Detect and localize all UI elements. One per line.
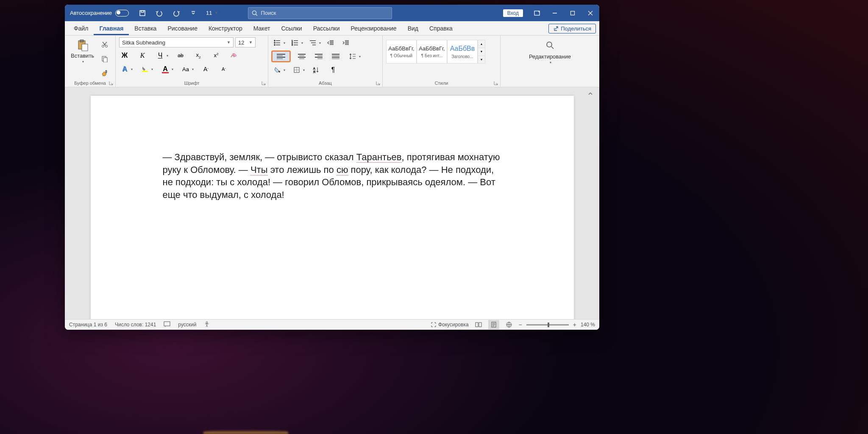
document-text[interactable]: — Здравствуй, земляк, — отрывисто сказал…	[163, 151, 502, 201]
redo-button[interactable]	[168, 5, 185, 21]
tab-references[interactable]: Ссылки	[275, 22, 307, 35]
justify-button[interactable]	[330, 51, 341, 62]
font-launcher[interactable]	[261, 81, 266, 86]
tab-file[interactable]: Файл	[68, 22, 94, 35]
line-spacing-button[interactable]	[347, 51, 358, 62]
sort-button[interactable]: AЯ	[311, 64, 322, 75]
align-right-button[interactable]	[313, 51, 324, 62]
font-color-button[interactable]: A	[160, 64, 171, 75]
svg-text:3: 3	[292, 44, 293, 46]
title-dropdown-icon[interactable]: ▼	[215, 11, 218, 15]
paste-button[interactable]: Вставить ▾	[68, 37, 97, 65]
close-button[interactable]	[581, 5, 599, 21]
accessibility-status[interactable]	[204, 321, 210, 328]
tab-review[interactable]: Рецензирование	[345, 22, 402, 35]
italic-button[interactable]: К	[137, 50, 148, 61]
page-number-status[interactable]: Страница 1 из 6	[69, 322, 107, 328]
language-status[interactable]: русский	[178, 322, 196, 328]
chevron-down-icon[interactable]: ▾	[319, 41, 321, 45]
style-normal[interactable]: АаБбВвГг, ¶ Обычный	[386, 40, 417, 64]
align-center-button[interactable]	[296, 51, 307, 62]
search-box[interactable]: Поиск	[248, 7, 392, 19]
subscript-button[interactable]: x	[193, 50, 204, 61]
font-name-combo[interactable]: Sitka Subheading ▼	[119, 37, 234, 47]
change-case-button[interactable]: Aa	[180, 64, 191, 75]
align-left-button[interactable]	[272, 51, 290, 62]
superscript-button[interactable]: x	[211, 50, 222, 61]
zoom-slider[interactable]	[526, 324, 569, 326]
style-no-spacing[interactable]: АаБбВвГг, ¶ Без инт...	[417, 40, 447, 64]
spellcheck-status[interactable]	[164, 321, 170, 328]
chevron-down-icon[interactable]: ▾	[172, 67, 173, 71]
svg-rect-28	[476, 323, 478, 327]
word-window: Автосохранение 11 ▼ Поиск Вход	[65, 5, 599, 330]
style-name: ¶ Обычный	[390, 53, 412, 58]
text-effects-button[interactable]: A	[119, 64, 130, 75]
strikethrough-button[interactable]: ab	[175, 50, 186, 61]
tab-layout[interactable]: Макет	[248, 22, 276, 35]
spelling-error[interactable]: Тарантьев	[356, 152, 402, 163]
maximize-button[interactable]	[564, 5, 581, 21]
grow-font-button[interactable]: Aˆ	[200, 64, 211, 75]
copy-button[interactable]	[99, 53, 110, 64]
bold-button[interactable]: Ж	[119, 50, 130, 61]
zoom-out-button[interactable]: −	[519, 321, 522, 328]
web-layout-button[interactable]	[504, 320, 515, 329]
undo-button[interactable]	[151, 5, 168, 21]
spelling-error[interactable]: Чты	[250, 164, 268, 175]
styles-launcher[interactable]	[493, 81, 498, 86]
clear-formatting-button[interactable]: A	[228, 50, 239, 61]
show-marks-button[interactable]: ¶	[328, 64, 339, 75]
focus-mode-button[interactable]: Фокусировка	[431, 322, 469, 328]
signin-button[interactable]: Вход	[503, 9, 523, 17]
bullets-button[interactable]	[272, 37, 283, 48]
word-count-status[interactable]: Число слов: 1241	[115, 322, 156, 328]
format-painter-button[interactable]	[99, 68, 110, 79]
shading-button[interactable]	[272, 64, 283, 75]
decrease-indent-button[interactable]	[325, 37, 336, 48]
minimize-button[interactable]	[546, 5, 564, 21]
multilevel-list-button[interactable]	[307, 37, 318, 48]
zoom-level[interactable]: 140 %	[581, 322, 595, 328]
paragraph-launcher[interactable]	[376, 81, 381, 86]
chevron-down-icon[interactable]: ▾	[301, 41, 303, 45]
clipboard-launcher[interactable]	[108, 81, 114, 86]
cut-button[interactable]	[99, 39, 110, 50]
autosave-toggle[interactable]: Автосохранение	[65, 10, 134, 17]
chevron-down-icon[interactable]: ▾	[192, 67, 194, 71]
read-mode-button[interactable]	[473, 320, 484, 329]
spelling-error[interactable]: сю	[337, 164, 348, 175]
qat-customize[interactable]	[185, 5, 202, 21]
chevron-down-icon[interactable]: ▾	[303, 68, 305, 72]
tab-design[interactable]: Конструктор	[203, 22, 248, 35]
chevron-down-icon[interactable]: ▾	[359, 55, 361, 58]
zoom-in-button[interactable]: +	[573, 321, 576, 328]
font-size-combo[interactable]: 12 ▼	[235, 37, 256, 47]
document-area[interactable]: — Здравствуй, земляк, — отрывисто сказал…	[65, 87, 599, 319]
styles-gallery-expand[interactable]: ▴ ▾ ▾	[478, 40, 485, 64]
chevron-down-icon[interactable]: ▾	[284, 41, 285, 45]
tab-help[interactable]: Справка	[424, 22, 458, 35]
style-heading1[interactable]: АаБбВв Заголово...	[447, 40, 478, 64]
save-button[interactable]	[134, 5, 151, 21]
tab-draw[interactable]: Рисование	[162, 22, 203, 35]
highlight-button[interactable]	[139, 64, 150, 75]
print-layout-button[interactable]	[488, 320, 499, 329]
tab-view[interactable]: Вид	[402, 22, 424, 35]
ribbon-display-options[interactable]	[528, 5, 546, 21]
chevron-down-icon[interactable]: ▾	[284, 68, 285, 72]
tab-insert[interactable]: Вставка	[129, 22, 162, 35]
increase-indent-button[interactable]	[340, 37, 351, 48]
editing-button[interactable]: Редактирование ▾	[525, 37, 575, 68]
tab-home[interactable]: Главная	[94, 22, 129, 35]
underline-button[interactable]: Ч	[155, 50, 166, 61]
chevron-down-icon[interactable]: ▾	[151, 67, 153, 71]
share-button[interactable]: Поделиться	[548, 24, 596, 33]
tab-mailings[interactable]: Рассылки	[308, 22, 345, 35]
chevron-down-icon[interactable]: ▾	[167, 54, 168, 58]
borders-button[interactable]	[291, 64, 302, 75]
numbering-button[interactable]: 123	[289, 37, 300, 48]
chevron-down-icon[interactable]: ▾	[131, 67, 133, 71]
collapse-ribbon-button[interactable]	[587, 90, 594, 97]
shrink-font-button[interactable]: Aˇ	[218, 64, 229, 75]
